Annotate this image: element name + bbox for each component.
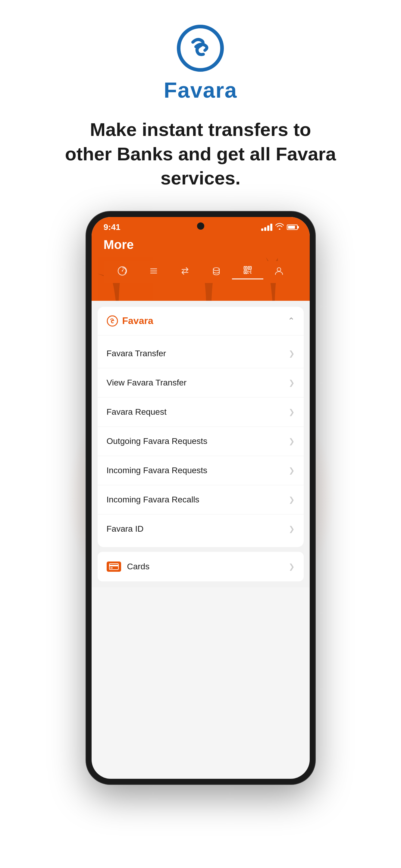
cards-menu-item[interactable]: Cards ❯ bbox=[98, 552, 304, 581]
nav-item-transfer[interactable] bbox=[169, 262, 201, 279]
svg-point-0 bbox=[179, 27, 222, 70]
favara-section-logo bbox=[107, 315, 118, 327]
menu-item-favara-id[interactable]: Favara ID ❯ bbox=[98, 515, 304, 544]
menu-item-label: Incoming Favara Requests bbox=[107, 466, 208, 475]
phone-screen: 9:41 bbox=[92, 217, 310, 779]
battery-icon bbox=[287, 224, 298, 230]
nav-item-qr[interactable] bbox=[232, 261, 263, 279]
phone-mockup: 9:41 bbox=[86, 212, 315, 784]
favara-logo-icon bbox=[176, 24, 225, 72]
wifi-icon bbox=[275, 223, 284, 231]
nav-item-profile[interactable] bbox=[263, 262, 295, 279]
chevron-right-icon: ❯ bbox=[289, 525, 295, 533]
menu-item-label: Outgoing Favara Requests bbox=[107, 436, 208, 446]
nav-item-list[interactable] bbox=[138, 262, 169, 279]
transfer-icon bbox=[179, 265, 191, 277]
svg-rect-21 bbox=[109, 564, 119, 569]
menu-item-label: Favara Request bbox=[107, 407, 167, 417]
svg-rect-9 bbox=[245, 267, 246, 269]
menu-item-label: View Favara Transfer bbox=[107, 378, 187, 388]
chevron-right-icon: ❯ bbox=[289, 378, 295, 387]
chevron-right-icon: ❯ bbox=[289, 408, 295, 416]
chevron-right-icon: ❯ bbox=[289, 495, 295, 504]
status-time: 9:41 bbox=[104, 222, 121, 232]
cards-label: Cards bbox=[127, 562, 150, 571]
favara-menu-list: Favara Transfer ❯ View Favara Transfer ❯… bbox=[98, 339, 304, 544]
menu-item-favara-transfer[interactable]: Favara Transfer ❯ bbox=[98, 339, 304, 368]
logo-section: Favara bbox=[164, 24, 237, 102]
chevron-right-icon: ❯ bbox=[289, 349, 295, 358]
svg-rect-23 bbox=[110, 567, 113, 568]
svg-point-3 bbox=[122, 270, 123, 272]
cards-section-card: Cards ❯ bbox=[98, 552, 304, 581]
svg-line-18 bbox=[250, 273, 251, 274]
signal-icon bbox=[261, 224, 272, 231]
chevron-right-icon: ❯ bbox=[289, 466, 295, 475]
bottom-nav bbox=[104, 261, 298, 283]
menu-item-incoming-recalls[interactable]: Incoming Favara Recalls ❯ bbox=[98, 485, 304, 515]
cards-chevron-right-icon: ❯ bbox=[289, 562, 295, 571]
nav-item-dashboard[interactable] bbox=[107, 262, 138, 279]
svg-point-7 bbox=[213, 268, 219, 271]
section-header-favara[interactable]: Favara ⌃ bbox=[98, 307, 304, 336]
cards-item-left: Cards bbox=[107, 561, 150, 572]
menu-item-label: Incoming Favara Recalls bbox=[107, 495, 199, 504]
status-icons bbox=[261, 223, 298, 231]
section-chevron-up: ⌃ bbox=[288, 316, 295, 326]
chevron-right-icon: ❯ bbox=[289, 437, 295, 445]
menu-item-favara-request[interactable]: Favara Request ❯ bbox=[98, 398, 304, 427]
tagline-text: Make instant transfers to other Banks an… bbox=[65, 118, 336, 190]
savings-icon bbox=[210, 265, 222, 277]
phone-frame: 9:41 bbox=[86, 212, 315, 784]
profile-icon bbox=[273, 265, 285, 277]
camera-notch bbox=[197, 222, 204, 230]
section-header-left: Favara bbox=[107, 315, 153, 327]
qr-icon bbox=[242, 264, 254, 276]
menu-item-label: Favara Transfer bbox=[107, 349, 166, 358]
menu-item-incoming-requests[interactable]: Incoming Favara Requests ❯ bbox=[98, 456, 304, 485]
logo-text: Favara bbox=[164, 78, 237, 102]
section-title-favara: Favara bbox=[122, 315, 153, 327]
list-icon bbox=[147, 265, 160, 277]
app-header: More bbox=[92, 235, 310, 301]
dashboard-icon bbox=[116, 265, 128, 277]
menu-item-view-favara-transfer[interactable]: View Favara Transfer ❯ bbox=[98, 368, 304, 398]
cards-icon-wrapper bbox=[107, 561, 121, 572]
nav-item-savings[interactable] bbox=[201, 262, 232, 279]
menu-item-label: Favara ID bbox=[107, 524, 144, 534]
favara-section-card: Favara ⌃ Favara Transfer ❯ View Favara T… bbox=[98, 307, 304, 547]
header-title: More bbox=[104, 238, 298, 252]
svg-rect-22 bbox=[109, 565, 119, 566]
menu-item-outgoing-requests[interactable]: Outgoing Favara Requests ❯ bbox=[98, 427, 304, 456]
card-icon bbox=[109, 563, 119, 570]
svg-rect-11 bbox=[249, 267, 250, 269]
svg-rect-13 bbox=[245, 272, 246, 273]
content-area: Favara ⌃ Favara Transfer ❯ View Favara T… bbox=[92, 301, 310, 587]
svg-point-19 bbox=[277, 268, 281, 271]
